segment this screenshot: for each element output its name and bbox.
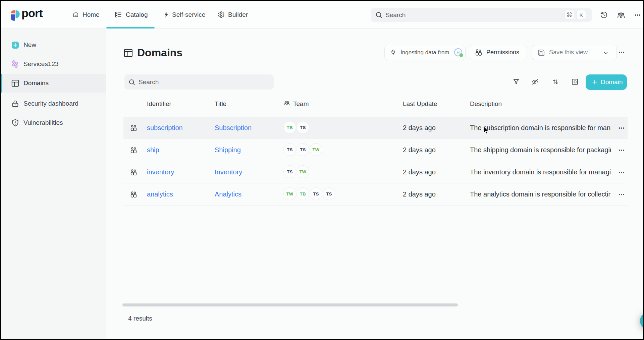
svg-text:H: H (457, 50, 460, 55)
